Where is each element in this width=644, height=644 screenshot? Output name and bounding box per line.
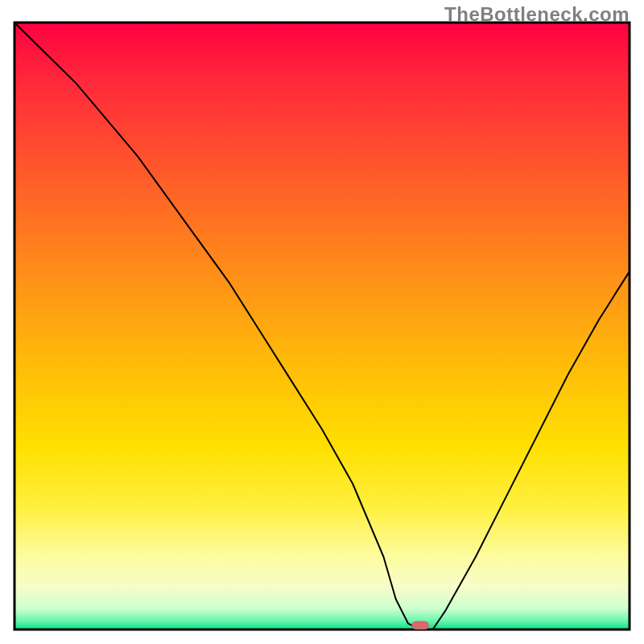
optimum-marker <box>412 621 429 630</box>
watermark-text: TheBottleneck.com <box>444 3 630 26</box>
chart-container: TheBottleneck.com <box>0 0 644 644</box>
bottleneck-chart <box>0 0 644 644</box>
plot-background <box>14 23 630 630</box>
